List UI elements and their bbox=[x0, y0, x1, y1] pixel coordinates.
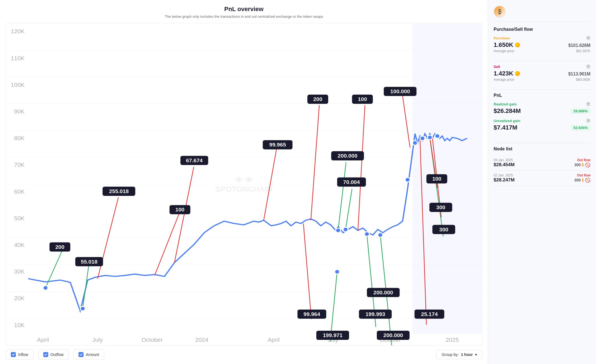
svg-text:100: 100 bbox=[432, 176, 441, 182]
svg-text:50K: 50K bbox=[14, 215, 25, 221]
node-date-2: 02 Jan, 2025 bbox=[494, 173, 513, 177]
svg-text:100K: 100K bbox=[11, 82, 25, 88]
token-icon: ₿ bbox=[494, 6, 506, 18]
svg-text:199.971: 199.971 bbox=[323, 333, 343, 338]
pnl-section-title: PnL bbox=[494, 93, 590, 98]
svg-text:300: 300 bbox=[436, 205, 445, 210]
inflow-label: Inflow bbox=[18, 352, 28, 357]
svg-text:2024: 2024 bbox=[195, 337, 208, 343]
controls-bar: Inflow Outflow Amount Group by: 1 hour ▾ bbox=[6, 346, 482, 361]
svg-text:April: April bbox=[37, 337, 49, 343]
svg-text:April: April bbox=[268, 337, 280, 343]
svg-text:July: July bbox=[92, 337, 103, 343]
svg-text:99.964: 99.964 bbox=[304, 311, 320, 317]
inflow-toggle[interactable]: Inflow bbox=[6, 350, 34, 360]
sell-block: Sell ? 1.423K $113.901M Average price $8… bbox=[494, 64, 590, 82]
sell-amount-usd: $113.901M bbox=[568, 72, 590, 77]
svg-text:70K: 70K bbox=[14, 162, 25, 168]
purchase-amount-usd: $101.626M bbox=[568, 43, 590, 48]
unrealized-help-icon[interactable]: ? bbox=[586, 118, 590, 123]
amount-checkbox bbox=[79, 352, 84, 357]
right-panel: ₿ Purchase/Sell flow Purchase ? 1.650K $… bbox=[488, 0, 596, 364]
purchase-help-icon[interactable]: ? bbox=[586, 36, 590, 40]
svg-text:90K: 90K bbox=[14, 108, 25, 115]
svg-text:255.018: 255.018 bbox=[109, 189, 129, 194]
svg-point-51 bbox=[413, 141, 418, 145]
svg-text:100: 100 bbox=[358, 97, 367, 102]
divider-1 bbox=[494, 61, 590, 61]
eye-icon-1[interactable]: 🚫 bbox=[585, 162, 590, 168]
unrealized-pct: 52.945% bbox=[571, 125, 590, 131]
svg-point-53 bbox=[427, 135, 432, 140]
sell-amount-btc: 1.423K bbox=[494, 70, 520, 77]
realized-label: Realized gain bbox=[494, 102, 517, 106]
node-date-1: 09 Jan, 2025 bbox=[494, 158, 513, 162]
pnl-section: PnL Realized gain ? $26.284M 29.999% Unr… bbox=[494, 93, 590, 135]
btc-badge-1: ₿ bbox=[582, 163, 584, 167]
svg-text:60K: 60K bbox=[14, 188, 25, 194]
chart-svg: 120K 110K 100K 90K 80K 70K 60K 50K 40K 3… bbox=[6, 23, 482, 345]
purchase-avg-value: $61.587K bbox=[576, 49, 590, 53]
svg-point-45 bbox=[336, 228, 341, 233]
svg-text:200: 200 bbox=[55, 244, 64, 250]
svg-rect-2 bbox=[6, 23, 482, 345]
purchase-sell-section-title: Purchase/Sell flow bbox=[494, 27, 590, 32]
divider-2 bbox=[494, 89, 590, 90]
svg-text:25.174: 25.174 bbox=[421, 311, 438, 317]
svg-text:199.993: 199.993 bbox=[365, 311, 385, 317]
node-list-section: Node list 09 Jan, 2025 Out flow $28.454M… bbox=[494, 146, 590, 358]
group-by-value: 1 hour bbox=[461, 352, 473, 357]
svg-point-47 bbox=[335, 269, 340, 274]
node-btc-1: 300 ₿ 🚫 bbox=[574, 162, 590, 168]
sell-label: Sell bbox=[494, 65, 500, 69]
svg-point-49 bbox=[364, 232, 369, 236]
purchase-avg-label: Average price bbox=[494, 49, 514, 53]
svg-text:110K: 110K bbox=[11, 55, 25, 61]
outflow-label: Outflow bbox=[50, 352, 64, 357]
purchase-label: Purchase bbox=[494, 36, 510, 40]
realized-gain-block: Realized gain ? $26.284M 29.999% bbox=[494, 102, 590, 115]
svg-text:40K: 40K bbox=[14, 242, 25, 248]
purchase-amount-btc: 1.650K bbox=[494, 41, 520, 49]
svg-text:100.000: 100.000 bbox=[390, 89, 410, 94]
svg-point-43 bbox=[43, 285, 48, 290]
inflow-checkbox bbox=[11, 352, 16, 357]
token-header: ₿ bbox=[494, 6, 590, 22]
svg-text:99.965: 99.965 bbox=[269, 142, 286, 148]
svg-text:67.674: 67.674 bbox=[186, 158, 203, 163]
realized-pct: 29.999% bbox=[571, 108, 590, 114]
svg-point-48 bbox=[378, 233, 383, 237]
sell-avg-value: $80.062K bbox=[576, 78, 590, 82]
realized-help-icon[interactable]: ? bbox=[586, 102, 590, 106]
group-by-button[interactable]: Group by: 1 hour ▾ bbox=[436, 350, 482, 359]
svg-text:20K: 20K bbox=[14, 295, 25, 301]
node-item-1: 09 Jan, 2025 Out flow $28.454M 300 ₿ 🚫 bbox=[494, 155, 590, 171]
svg-text:October: October bbox=[142, 337, 163, 343]
svg-point-44 bbox=[80, 306, 85, 311]
amount-toggle[interactable]: Amount bbox=[73, 350, 104, 360]
svg-text:55.018: 55.018 bbox=[81, 259, 97, 264]
svg-text:200.000: 200.000 bbox=[373, 290, 393, 295]
node-amount-2: $28.247M bbox=[494, 177, 515, 183]
svg-text:100: 100 bbox=[175, 207, 185, 213]
node-amount-1: $28.454M bbox=[494, 162, 515, 168]
svg-text:120K: 120K bbox=[11, 28, 25, 34]
node-list-title: Node list bbox=[494, 146, 590, 151]
sell-avg-label: Average price bbox=[494, 78, 514, 82]
amount-label: Amount bbox=[86, 352, 99, 357]
unrealized-gain-block: Unrealized gain ? $7.417M 52.945% bbox=[494, 118, 590, 131]
node-btc-2: 300 ₿ 🚫 bbox=[574, 178, 590, 183]
svg-text:10K: 10K bbox=[14, 322, 25, 328]
svg-text:70.004: 70.004 bbox=[343, 179, 360, 185]
outflow-toggle[interactable]: Outflow bbox=[38, 350, 69, 360]
btc-icon bbox=[515, 42, 520, 47]
eye-icon-2[interactable]: 🚫 bbox=[585, 178, 590, 183]
group-by-label: Group by: bbox=[442, 352, 459, 357]
divider-3 bbox=[494, 143, 590, 143]
page-title: PnL overview bbox=[6, 6, 482, 13]
svg-point-50 bbox=[405, 178, 410, 182]
sell-help-icon[interactable]: ? bbox=[586, 64, 590, 69]
page-subtitle: The below graph only includes the transa… bbox=[6, 14, 482, 19]
svg-point-46 bbox=[343, 227, 348, 232]
node-flow-2: Out flow bbox=[577, 173, 590, 177]
